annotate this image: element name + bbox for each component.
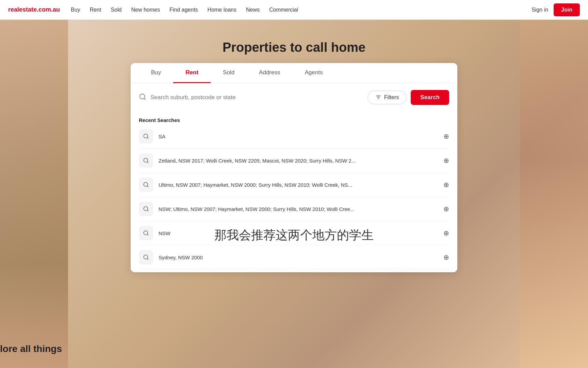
tab-address[interactable]: Address	[247, 63, 292, 83]
recent-item[interactable]: Sydney, NSW 2000 ⊕	[139, 245, 449, 270]
svg-line-12	[147, 210, 148, 211]
recent-add-icon[interactable]: ⊕	[443, 132, 449, 140]
join-button[interactable]: Join	[554, 3, 580, 16]
bottom-partial-label: lore all things	[0, 343, 62, 354]
search-tabs: Buy Rent Sold Address Agents	[131, 63, 457, 83]
search-input-row: Filters Search	[131, 83, 457, 112]
hero-bg-left	[0, 20, 68, 368]
recent-item-text: Sydney, NSW 2000	[159, 255, 438, 260]
filters-label: Filters	[384, 94, 399, 101]
recent-search-icon	[139, 202, 153, 216]
recent-search-icon	[139, 226, 153, 240]
recent-search-icon	[139, 178, 153, 192]
recent-search-icon	[139, 250, 153, 264]
filters-button[interactable]: Filters	[368, 91, 407, 104]
recent-item[interactable]: Ultimo, NSW 2007; Haymarket, NSW 2000; S…	[139, 173, 449, 197]
search-button[interactable]: Search	[411, 90, 449, 105]
navbar: realestate.com.au Buy Rent Sold New home…	[0, 0, 588, 20]
recent-search-icon	[139, 129, 153, 143]
tab-buy[interactable]: Buy	[139, 63, 173, 83]
recent-searches-title: Recent Searches	[139, 117, 449, 123]
recent-add-icon[interactable]: ⊕	[443, 253, 449, 261]
recent-item-text: Ultimo, NSW 2007; Haymarket, NSW 2000; S…	[159, 182, 438, 188]
nav-rent[interactable]: Rent	[90, 7, 101, 13]
nav-sold[interactable]: Sold	[111, 7, 121, 13]
nav-new-homes[interactable]: New homes	[131, 7, 160, 13]
nav-commercial[interactable]: Commercial	[269, 7, 298, 13]
svg-line-16	[147, 258, 148, 259]
hero-bottom-text: lore all things	[0, 343, 62, 354]
nav-home-loans[interactable]: Home loans	[208, 7, 236, 13]
recent-item[interactable]: NSW ⊕	[139, 221, 449, 245]
recent-item-text: NSW	[159, 230, 438, 236]
recent-item[interactable]: SA ⊕	[139, 124, 449, 149]
nav-buy[interactable]: Buy	[71, 7, 80, 13]
svg-line-1	[144, 98, 145, 99]
hero-title: Properties to call home	[223, 40, 365, 55]
recent-item[interactable]: Zetland, NSW 2017; Wolli Creek, NSW 2205…	[139, 149, 449, 173]
recent-item-text: Zetland, NSW 2017; Wolli Creek, NSW 2205…	[159, 158, 438, 164]
hero-section: Properties to call home Buy Rent Sold Ad…	[0, 20, 588, 368]
search-input[interactable]	[150, 94, 363, 101]
recent-add-icon[interactable]: ⊕	[443, 156, 449, 165]
svg-line-6	[147, 137, 148, 138]
svg-line-10	[147, 186, 148, 187]
recent-add-icon[interactable]: ⊕	[443, 205, 449, 213]
svg-line-8	[147, 162, 148, 163]
site-logo[interactable]: realestate.com.au	[8, 6, 60, 13]
nav-news[interactable]: News	[246, 7, 260, 13]
sign-in-button[interactable]: Sign in	[532, 7, 548, 13]
recent-searches-section: Recent Searches SA ⊕ Zetland, NSW	[131, 112, 457, 272]
search-container: Buy Rent Sold Address Agents Filters Sea…	[131, 63, 457, 272]
tab-agents[interactable]: Agents	[292, 63, 335, 83]
recent-item[interactable]: NSW; Ultimo, NSW 2007; Haymarket, NSW 20…	[139, 197, 449, 221]
navbar-actions: Sign in Join	[532, 3, 580, 16]
nav-find-agents[interactable]: Find agents	[169, 7, 198, 13]
recent-item-text: SA	[159, 134, 438, 139]
recent-add-icon[interactable]: ⊕	[443, 181, 449, 189]
svg-line-14	[147, 234, 148, 235]
nav-links: Buy Rent Sold New homes Find agents Home…	[71, 7, 532, 13]
hero-bg-right	[520, 20, 588, 368]
search-input-icon	[139, 93, 146, 102]
recent-item-text: NSW; Ultimo, NSW 2007; Haymarket, NSW 20…	[159, 206, 438, 212]
recent-search-icon	[139, 153, 153, 168]
recent-add-icon[interactable]: ⊕	[443, 229, 449, 237]
tab-rent[interactable]: Rent	[173, 63, 211, 83]
tab-sold[interactable]: Sold	[211, 63, 247, 83]
